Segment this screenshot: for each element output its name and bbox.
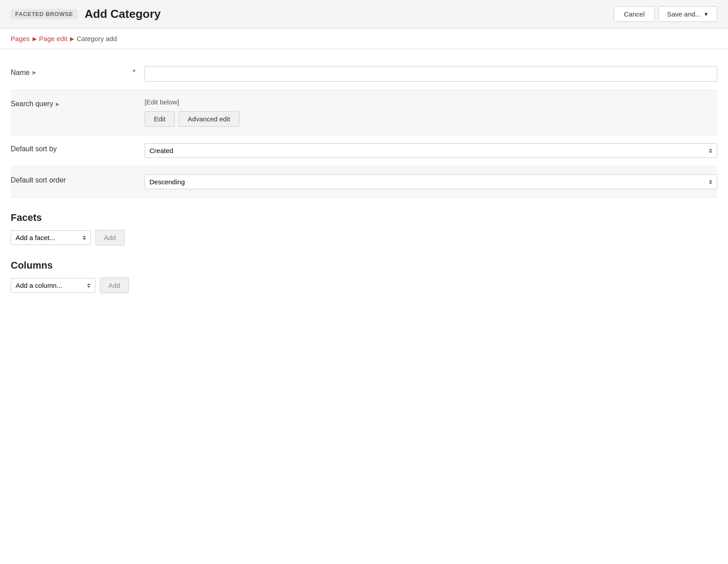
default-sort-order-label: Default sort order [11, 176, 66, 184]
edit-button[interactable]: Edit [145, 111, 175, 127]
columns-section-header: Columns [11, 260, 717, 271]
add-column-select[interactable]: Add a column... [11, 278, 95, 293]
header-left: FACETED BROWSE Add Category [11, 7, 161, 21]
add-facet-row: Add a facet... Add [11, 230, 717, 245]
name-required-star: * [132, 68, 145, 77]
search-query-buttons: Edit Advanced edit [145, 111, 717, 127]
save-label: Save and... [667, 10, 701, 18]
breadcrumb-sep-1: ▶ [33, 36, 37, 42]
breadcrumb-page-edit-link[interactable]: Page edit [39, 35, 67, 42]
header-actions: Cancel Save and... ▼ [614, 6, 717, 22]
cancel-button[interactable]: Cancel [614, 6, 655, 22]
save-chevron-icon: ▼ [703, 11, 709, 17]
add-facet-select[interactable]: Add a facet... [11, 230, 91, 245]
name-label: Name [11, 69, 30, 77]
name-input[interactable] [145, 66, 717, 82]
page-title: Add Category [85, 7, 161, 21]
default-sort-order-value-col: Descending Ascending [145, 174, 717, 189]
default-sort-order-select[interactable]: Descending Ascending [145, 174, 717, 189]
page-header: FACETED BROWSE Add Category Cancel Save … [0, 0, 728, 29]
search-query-row: Search query ▶ [Edit below] Edit Advance… [11, 90, 717, 135]
search-query-placeholder: [Edit below] [145, 98, 717, 106]
facets-section-header: Facets [11, 212, 717, 224]
default-sort-by-label: Default sort by [11, 145, 57, 153]
name-row: Name ▶ * [11, 58, 717, 90]
main-content: Name ▶ * Search query ▶ [Edit below] Edi… [0, 58, 728, 315]
breadcrumb-sep-2: ▶ [70, 36, 74, 42]
header-divider [0, 49, 728, 49]
search-query-label: Search query [11, 100, 53, 108]
add-column-button[interactable]: Add [100, 278, 129, 293]
search-query-value-col: [Edit below] Edit Advanced edit [145, 98, 717, 127]
search-query-arrow-icon: ▶ [56, 101, 59, 107]
default-sort-order-row: Default sort order Descending Ascending [11, 166, 717, 198]
add-column-row: Add a column... Add [11, 278, 717, 293]
default-sort-by-label-col: Default sort by [11, 143, 145, 153]
name-label-col: Name ▶ * [11, 66, 145, 77]
default-sort-by-select[interactable]: Created Title Modified ID [145, 143, 717, 158]
breadcrumb-current: Category add [77, 35, 117, 42]
default-sort-order-label-col: Default sort order [11, 174, 145, 184]
breadcrumb-pages-link[interactable]: Pages [11, 35, 30, 42]
name-arrow-icon: ▶ [33, 70, 36, 75]
app-label: FACETED BROWSE [11, 9, 78, 19]
search-query-label-col: Search query ▶ [11, 98, 145, 108]
name-value-col [145, 66, 717, 82]
default-sort-by-row: Default sort by Created Title Modified I… [11, 135, 717, 166]
breadcrumb: Pages ▶ Page edit ▶ Category add [0, 29, 728, 49]
save-button[interactable]: Save and... ▼ [658, 6, 717, 22]
advanced-edit-button[interactable]: Advanced edit [178, 111, 240, 127]
add-facet-button[interactable]: Add [95, 230, 124, 245]
default-sort-by-value-col: Created Title Modified ID [145, 143, 717, 158]
